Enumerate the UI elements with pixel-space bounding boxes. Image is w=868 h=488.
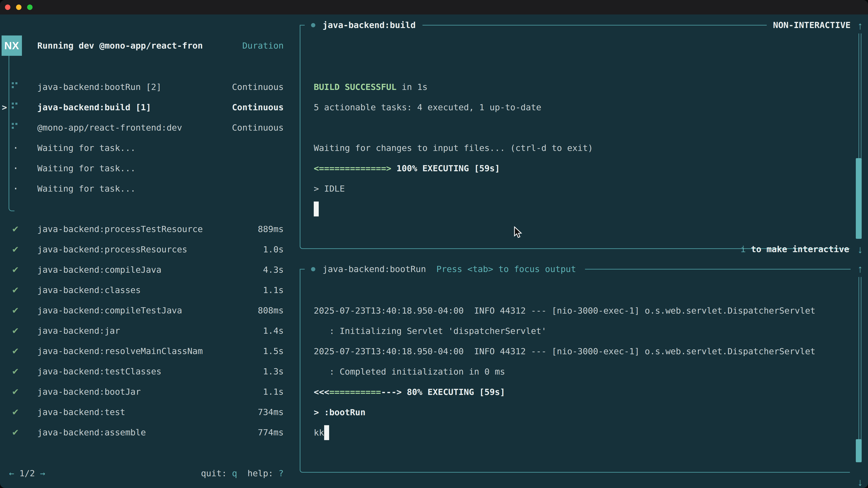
terminal-text: <=============> xyxy=(314,164,391,173)
terminal-text: ========== xyxy=(329,388,381,396)
running-task-row[interactable]: ·Waiting for task... xyxy=(0,178,284,199)
terminal-line: <=============> 100% EXECUTING [59s] xyxy=(314,158,841,178)
task-success-check-icon: ✔ xyxy=(12,407,19,417)
waiting-bullet-icon: · xyxy=(13,143,19,153)
panel-bootrun-title: java-backend:bootRun xyxy=(322,265,426,273)
waiting-bullet-icon: · xyxy=(13,163,19,173)
completed-task-row[interactable]: ✔java-backend:processResources1.0s xyxy=(0,239,284,260)
running-task-row[interactable]: ·Waiting for task... xyxy=(0,158,284,178)
panel-bootrun-scroll-down-icon[interactable]: ↓ xyxy=(855,476,866,488)
completed-task-row[interactable]: ✔java-backend:bootJar1.1s xyxy=(0,382,284,402)
interactive-hint-text: to make interactive xyxy=(746,245,849,254)
interactive-hint: i to make interactive xyxy=(734,243,849,255)
completed-task-row[interactable]: ✔java-backend:processTestResource889ms xyxy=(0,219,284,239)
completed-task-row[interactable]: ✔java-backend:classes1.1s xyxy=(0,280,284,300)
task-label: java-backend:resolveMainClassNam xyxy=(37,347,203,355)
task-label: java-backend:build [1] xyxy=(37,103,151,111)
panel-bootrun-scroll-thumb[interactable] xyxy=(856,439,862,462)
completed-task-row[interactable]: ✔java-backend:jar1.4s xyxy=(0,321,284,341)
panel-build-scroll-down-icon[interactable]: ↓ xyxy=(855,243,866,256)
terminal-text: 80% EXECUTING [59s] xyxy=(407,388,505,396)
panel-bootrun-output: 2025-07-23T13:40:18.950-04:00 INFO 44312… xyxy=(314,300,841,443)
task-success-check-icon: ✔ xyxy=(12,346,19,356)
running-task-row[interactable]: ·Waiting for task... xyxy=(0,138,284,158)
pager-right-arrow-icon[interactable]: → xyxy=(40,468,45,478)
terminal-line: 2025-07-23T13:40:18.950-04:00 INFO 44312… xyxy=(314,300,841,321)
completed-task-row[interactable]: ✔java-backend:assemble774ms xyxy=(0,422,284,443)
maximize-window-button[interactable] xyxy=(27,4,33,10)
task-success-check-icon: ✔ xyxy=(12,245,19,254)
terminal-text xyxy=(391,164,397,173)
task-spinner-icon xyxy=(12,82,14,84)
completed-task-row[interactable]: ✔java-backend:resolveMainClassNam1.5s xyxy=(0,341,284,361)
terminal-line xyxy=(314,118,841,138)
terminal-text: 100% EXECUTING [59s] xyxy=(397,164,500,173)
task-label: java-backend:assemble xyxy=(37,428,146,437)
task-duration: 1.1s xyxy=(263,286,284,294)
quit-key[interactable]: q xyxy=(232,468,237,478)
terminal-text: 2025-07-23T13:40:18.950-04:00 INFO 44312… xyxy=(314,347,815,356)
help-key[interactable]: ? xyxy=(278,468,284,478)
panel-build-scroll-up-icon[interactable]: ↑ xyxy=(855,20,866,32)
pager-value: 1/2 xyxy=(20,468,35,478)
pager: ← 1/2 → xyxy=(9,469,45,478)
terminal-line: > IDLE xyxy=(314,178,841,199)
task-success-check-icon: ✔ xyxy=(12,285,19,295)
task-label: java-backend:test xyxy=(37,408,125,416)
completed-task-row[interactable]: ✔java-backend:testClasses1.3s xyxy=(0,361,284,382)
terminal-text: ---> xyxy=(381,388,402,396)
task-label: Waiting for task... xyxy=(37,164,135,173)
task-label: Waiting for task... xyxy=(37,144,135,152)
running-task-row[interactable]: @mono-app/react-frontend:devContinuous xyxy=(0,118,284,138)
terminal-text: kk xyxy=(314,428,324,437)
task-duration: Continuous xyxy=(232,123,284,132)
terminal-line: 2025-07-23T13:40:18.950-04:00 INFO 44312… xyxy=(314,341,841,361)
running-task-row[interactable]: >java-backend:build [1]Continuous xyxy=(0,97,284,118)
terminal-text: 5 actionable tasks: 4 executed, 1 up-to-… xyxy=(314,103,541,111)
panel-java-backend-bootrun: java-backend:bootRun Press <tab> to focu… xyxy=(300,269,850,473)
panel-bootrun-scroll-track[interactable] xyxy=(859,277,862,461)
terminal-window: NX Running dev @mono-app/react-fron Dura… xyxy=(0,0,868,488)
task-label: java-backend:processResources xyxy=(37,245,187,254)
task-duration: 1.0s xyxy=(263,245,284,254)
window-titlebar xyxy=(0,0,868,14)
task-list-title: Running dev @mono-app/react-fron xyxy=(37,41,203,50)
running-task-row[interactable]: java-backend:bootRun [2]Continuous xyxy=(0,77,284,97)
task-label: java-backend:jar xyxy=(37,326,120,335)
task-label: @mono-app/react-frontend:dev xyxy=(37,123,182,132)
task-duration: 1.3s xyxy=(263,367,284,376)
task-duration: 734ms xyxy=(258,408,284,416)
task-label: java-backend:compileJava xyxy=(37,265,161,274)
pager-left-arrow-icon[interactable]: ← xyxy=(9,468,14,478)
task-duration: 808ms xyxy=(258,306,284,315)
task-label: java-backend:bootRun [2] xyxy=(37,83,161,91)
terminal-line: : Initializing Servlet 'dispatcherServle… xyxy=(314,321,841,341)
terminal-text: <<< xyxy=(314,388,329,396)
task-label: java-backend:bootJar xyxy=(37,387,141,396)
task-label: java-backend:testClasses xyxy=(37,367,161,376)
completed-task-row[interactable]: ✔java-backend:compileTestJava808ms xyxy=(0,300,284,321)
terminal-cursor xyxy=(314,201,319,217)
mouse-cursor-icon xyxy=(514,226,523,238)
header-rule xyxy=(423,25,767,26)
terminal-text: in 1s xyxy=(397,83,428,91)
completed-task-row[interactable]: ✔java-backend:compileJava4.3s xyxy=(0,260,284,280)
panel-java-backend-build: java-backend:build NON-INTERACTIVE BUILD… xyxy=(300,25,850,249)
terminal-line xyxy=(314,199,841,219)
panel-build-scroll-thumb[interactable] xyxy=(856,158,862,239)
task-success-check-icon: ✔ xyxy=(12,427,19,437)
minimize-window-button[interactable] xyxy=(16,4,22,10)
task-duration: 1.4s xyxy=(263,326,284,335)
terminal-line: 5 actionable tasks: 4 executed, 1 up-to-… xyxy=(314,97,841,118)
terminal-text: 2025-07-23T13:40:18.950-04:00 INFO 44312… xyxy=(314,306,815,315)
terminal-text xyxy=(402,388,407,396)
close-window-button[interactable] xyxy=(5,4,10,10)
terminal-line: BUILD SUCCESSFUL in 1s xyxy=(314,77,841,97)
task-success-check-icon: ✔ xyxy=(12,366,19,377)
panel-bootrun-scroll-up-icon[interactable]: ↑ xyxy=(855,263,866,275)
completed-task-row[interactable]: ✔java-backend:test734ms xyxy=(0,402,284,422)
terminal-line: kk xyxy=(314,422,841,443)
header-rule xyxy=(585,269,850,269)
task-spinner-icon xyxy=(12,123,14,125)
task-status-dot-icon xyxy=(311,23,315,27)
